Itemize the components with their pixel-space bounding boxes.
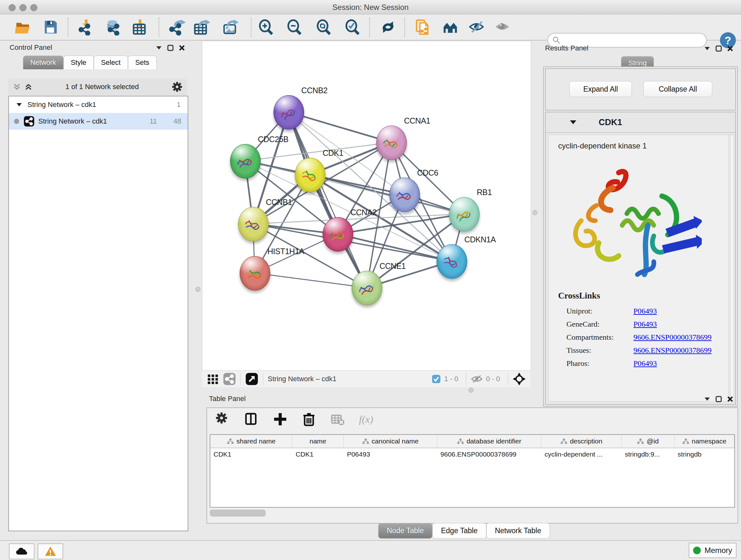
tab-select[interactable]: Select (94, 56, 128, 69)
expand-all-button[interactable]: Expand All (569, 81, 632, 97)
section-collapse-icon[interactable] (569, 120, 577, 125)
crosslink-link[interactable]: P06493 (633, 359, 657, 368)
table-trash-icon[interactable] (301, 412, 316, 427)
network-node-ccnb1[interactable] (238, 207, 269, 241)
network-node-hist1h1a[interactable] (240, 256, 270, 291)
float-panel-icon[interactable] (716, 396, 722, 402)
crosslink-link[interactable]: P06493 (633, 320, 657, 328)
network-node-ccne1[interactable] (352, 271, 382, 305)
protein-thumbnail (381, 134, 401, 153)
table-row[interactable]: CDK1CDK1P064939606.ENSP00000378699cyclin… (210, 448, 734, 460)
tab-network[interactable]: Network (23, 56, 64, 69)
open-session-icon[interactable] (14, 19, 31, 36)
network-node-cdc25b[interactable] (230, 144, 261, 179)
right-divider-handle[interactable] (532, 210, 537, 215)
crosslink-link[interactable]: P06493 (633, 307, 657, 315)
zoom-selected-icon[interactable] (344, 19, 360, 36)
zoom-fit-icon[interactable] (315, 19, 332, 36)
birdseye-view-icon[interactable] (513, 372, 526, 386)
network-node-ccnb2[interactable] (273, 95, 304, 130)
refresh-icon[interactable] (380, 19, 396, 36)
float-panel-icon[interactable] (167, 45, 174, 51)
table-gear-icon[interactable] (215, 412, 230, 427)
tab-node-table[interactable]: Node Table (378, 523, 432, 539)
string-network-badge-icon[interactable] (223, 373, 236, 385)
collapse-all-icon[interactable] (13, 83, 21, 91)
table-cell: CDK1 (210, 450, 292, 458)
column-header-namespace[interactable]: namespace (675, 435, 734, 448)
close-panel-icon[interactable] (179, 45, 185, 51)
table-cell: CDK1 (292, 450, 344, 458)
protein-thumbnail (356, 279, 377, 299)
crosslink-row: Uniprot: P06493 (566, 307, 723, 315)
network-node-cdkn1a[interactable] (436, 244, 467, 279)
zoom-out-icon[interactable] (286, 19, 302, 36)
import-network-icon[interactable] (78, 19, 94, 36)
expand-all-icon[interactable] (24, 83, 32, 91)
float-panel-icon[interactable] (716, 45, 722, 52)
tab-network-table[interactable]: Network Table (486, 523, 550, 539)
column-header-canonical-name[interactable]: canonical name (344, 435, 437, 448)
results-scrollbar[interactable] (730, 135, 734, 401)
network-canvas[interactable]: CCNB2 CCNA1 CDC25B CDK1 CDC6 RB1 (202, 41, 531, 371)
section-header-cdk1[interactable]: CDK1 (546, 112, 735, 133)
table-plus-icon[interactable] (273, 412, 287, 427)
network-node-cdk1[interactable] (295, 158, 326, 192)
close-panel-icon[interactable] (727, 45, 733, 52)
network-collection-row[interactable]: String Network – cdk1 1 (9, 97, 188, 113)
toolbar-separator (404, 17, 405, 37)
grid-view-icon[interactable] (207, 373, 219, 385)
namespace-icon (362, 438, 369, 444)
warning-status-button[interactable] (38, 543, 63, 559)
export-table-icon[interactable] (194, 19, 210, 36)
collection-expand-icon[interactable] (16, 103, 22, 107)
network-node-rb1[interactable] (449, 197, 480, 232)
import-table-icon[interactable] (132, 19, 148, 36)
save-session-icon[interactable] (42, 19, 59, 36)
column-header-shared-name[interactable]: shared name (210, 435, 292, 448)
table-hscrollbar-thumb[interactable] (210, 509, 266, 516)
export-image-icon[interactable] (223, 19, 239, 36)
tab-edge-table[interactable]: Edge Table (432, 523, 486, 539)
protein-thumbnail (245, 265, 265, 284)
network-edge (255, 273, 367, 288)
hidden-eye-icon (471, 374, 483, 384)
zoom-in-icon[interactable] (258, 19, 274, 36)
left-divider-handle[interactable] (195, 287, 200, 292)
import-network-database-icon[interactable] (106, 19, 122, 36)
toolbar-separator (158, 17, 159, 37)
collapse-all-button[interactable]: Collapse All (643, 81, 712, 97)
first-neighbors-icon[interactable] (442, 19, 459, 36)
panel-menu-icon[interactable] (156, 46, 162, 50)
panel-menu-icon[interactable] (704, 397, 711, 401)
current-network-name: String Network – cdk1 (268, 375, 336, 383)
column-header-description[interactable]: description (541, 435, 621, 448)
hide-selected-icon[interactable] (468, 19, 485, 36)
selected-checkbox-icon[interactable] (431, 374, 441, 384)
column-header--id[interactable]: @id (622, 435, 675, 448)
memory-button[interactable]: Memory (689, 543, 737, 558)
gear-icon[interactable] (172, 81, 183, 92)
new-network-from-selection-icon[interactable] (414, 19, 431, 36)
table-hscrollbar[interactable] (210, 509, 734, 518)
close-panel-icon[interactable] (727, 396, 733, 402)
table-columns-icon[interactable] (244, 412, 259, 427)
column-header-name[interactable]: name (292, 435, 344, 448)
network-node-ccna1[interactable] (376, 125, 407, 160)
column-header-database-identifier[interactable]: database identifier (437, 435, 541, 448)
tab-style[interactable]: Style (64, 56, 94, 69)
bottom-divider-handle[interactable] (468, 388, 474, 393)
export-network-icon[interactable] (169, 19, 186, 36)
tab-sets[interactable]: Sets (128, 56, 157, 69)
crosslink-link[interactable]: 9606.ENSP00000378699 (633, 333, 712, 341)
table-cell: 9606.ENSP00000378699 (437, 450, 541, 458)
panel-menu-icon[interactable] (704, 46, 711, 51)
cloud-status-button[interactable] (9, 543, 35, 559)
network-node-cdc6[interactable] (389, 178, 420, 212)
namespace-icon (560, 438, 567, 444)
network-row[interactable]: String Network – cdk1 11 48 (9, 113, 188, 130)
open-in-window-icon[interactable] (245, 372, 259, 386)
network-node-ccna2[interactable] (323, 217, 353, 252)
crosslink-link[interactable]: 9606.ENSP00000378699 (633, 346, 712, 355)
crosslink-row: Tissues: 9606.ENSP00000378699 (566, 346, 723, 355)
